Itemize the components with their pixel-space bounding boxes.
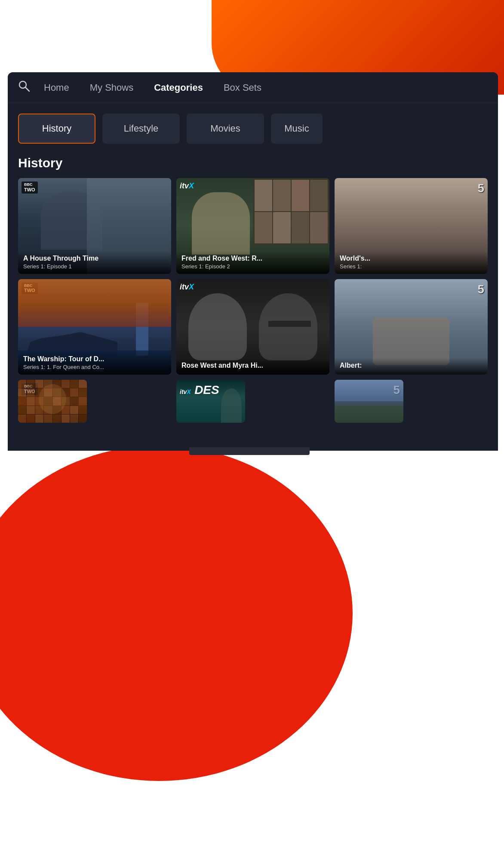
show-card-albert-partial[interactable]: 5 Albert:	[335, 279, 488, 375]
section-title-history: History	[8, 144, 498, 178]
tv-screen: Home My Shows Categories Box Sets Histor…	[8, 72, 498, 451]
show-card-worlds-partial[interactable]: 5 World's... Series 1:	[335, 178, 488, 274]
svg-line-1	[25, 87, 29, 91]
category-tab-history[interactable]: History	[18, 114, 95, 144]
show-subtitle-warship: Series 1: 1. For Queen and Co...	[23, 364, 166, 370]
show-card-mosaic[interactable]: BBC TWO	[18, 380, 87, 423]
show-title-rose-myra: Rose West and Myra Hi...	[181, 362, 324, 369]
show-title-worlds: World's...	[340, 255, 482, 262]
show-card-ch5-bot[interactable]: 5	[335, 380, 403, 423]
show-card-house-through-time[interactable]: BBC TWO A House Through Time Series 1: E…	[18, 178, 171, 274]
category-tab-lifestyle[interactable]: Lifestyle	[102, 114, 180, 144]
nav-box-sets[interactable]: Box Sets	[224, 82, 261, 93]
show-info-house: A House Through Time Series 1: Episode 1	[18, 251, 171, 274]
show-info-warship: The Warship: Tour of D... Series 1: 1. F…	[18, 352, 171, 375]
show-info-rose-myra: Rose West and Myra Hi...	[176, 358, 329, 375]
category-tab-movies[interactable]: Movies	[187, 114, 264, 144]
nav-my-shows[interactable]: My Shows	[90, 82, 133, 93]
show-card-fred-rose[interactable]: itvX Fred and Rose West: R... Series 1: …	[176, 178, 329, 274]
navigation-bar: Home My Shows Categories Box Sets	[8, 72, 498, 103]
show-card-des[interactable]: itvX DES	[176, 380, 245, 423]
shows-row-1: BBC TWO A House Through Time Series 1: E…	[8, 178, 498, 274]
shows-row-2: BBC TWO The Warship: Tour of D... Series…	[8, 279, 498, 375]
category-tabs-container: History Lifestyle Movies Music	[8, 103, 498, 144]
show-subtitle-house: Series 1: Episode 1	[23, 263, 166, 270]
nav-home[interactable]: Home	[44, 82, 69, 93]
show-subtitle-worlds: Series 1:	[340, 263, 482, 270]
category-tab-music[interactable]: Music	[271, 114, 323, 144]
show-info-albert: Albert:	[335, 358, 488, 375]
show-title-fred: Fred and Rose West: R...	[181, 255, 324, 262]
show-title-albert: Albert:	[340, 362, 482, 369]
tv-stand	[189, 447, 310, 455]
search-icon[interactable]	[18, 80, 30, 95]
bg-decoration-bottom-circle	[0, 446, 353, 781]
show-card-rose-myra[interactable]: itvX Rose West and Myra Hi...	[176, 279, 329, 375]
show-title-house: A House Through Time	[23, 255, 166, 262]
show-title-warship: The Warship: Tour of D...	[23, 355, 166, 363]
show-info-fred: Fred and Rose West: R... Series 1: Episo…	[176, 251, 329, 274]
show-info-worlds: World's... Series 1:	[335, 251, 488, 274]
nav-categories[interactable]: Categories	[154, 82, 203, 93]
show-card-warship[interactable]: BBC TWO The Warship: Tour of D... Series…	[18, 279, 171, 375]
show-subtitle-fred: Series 1: Episode 2	[181, 263, 324, 270]
shows-row-3: BBC TWO	[8, 380, 498, 423]
